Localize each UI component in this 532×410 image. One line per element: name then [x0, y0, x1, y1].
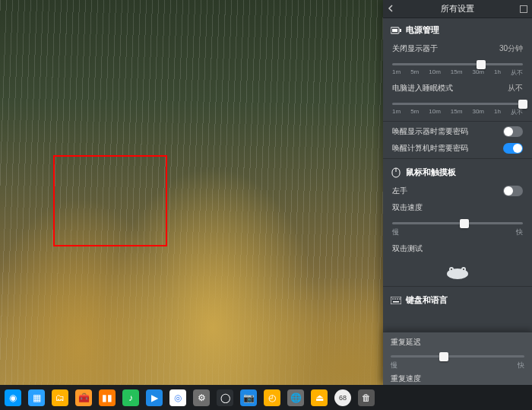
- svg-point-8: [451, 269, 452, 270]
- section-keyboard-label: 键盘和语言: [406, 294, 448, 306]
- tools-icon[interactable]: 🧰: [75, 389, 92, 406]
- row-repeat-delay: 重复延迟: [391, 335, 524, 349]
- slider-thumb[interactable]: [518, 100, 527, 109]
- svg-rect-10: [391, 297, 401, 304]
- divider: [383, 158, 532, 159]
- wake-display-pw-label: 唤醒显示器时需要密码: [392, 126, 468, 137]
- divider: [383, 286, 532, 287]
- video-icon[interactable]: ▶: [146, 389, 163, 406]
- toggle-left-hand[interactable]: [503, 186, 523, 196]
- slider-display-off[interactable]: 1m 5m 10m 15m 30m 1h 从不: [383, 57, 532, 80]
- chrome-icon[interactable]: ◎: [169, 389, 186, 406]
- fullscreen-icon[interactable]: [520, 5, 527, 13]
- row-left-hand: 左手: [383, 183, 532, 199]
- section-mouse: 鼠标和触摸板: [383, 161, 532, 183]
- section-power: 电源管理: [383, 18, 532, 40]
- loader-icon[interactable]: ◯: [217, 389, 233, 406]
- row-dbl-speed: 双击速度: [383, 199, 532, 216]
- section-power-label: 电源管理: [406, 24, 439, 36]
- panel-header: 所有设置: [383, 0, 532, 18]
- left-hand-label: 左手: [392, 186, 407, 196]
- display-off-label: 关闭显示器于: [392, 43, 438, 54]
- dbl-test-label: 双击测试: [392, 243, 423, 254]
- slider-labels: 慢 快: [391, 361, 524, 370]
- slider-track[interactable]: [392, 222, 523, 224]
- launcher-icon[interactable]: ◉: [5, 389, 21, 406]
- divider: [383, 121, 532, 122]
- slider-labels: 慢 快: [392, 227, 523, 237]
- taskbar: ◉▦🗂🧰▮▮♪▶◎⚙◯📷◴🌐⏏68🗑: [0, 385, 532, 410]
- wake-computer-pw-label: 唤醒计算机时需要密码: [392, 143, 468, 154]
- repeat-rate-label: 重复速度: [391, 373, 421, 384]
- music-icon[interactable]: ♪: [122, 389, 139, 406]
- slider-track[interactable]: [391, 355, 524, 358]
- row-dbl-test: 双击测试: [383, 240, 532, 257]
- slider-thumb[interactable]: [460, 219, 469, 228]
- slider-track[interactable]: [392, 63, 523, 65]
- toggle-wake-computer-pw[interactable]: [503, 143, 523, 154]
- section-mouse-label: 鼠标和触摸板: [406, 167, 456, 178]
- trash-icon[interactable]: 🗑: [358, 389, 375, 406]
- svg-point-13: [397, 298, 398, 300]
- radar-icon[interactable]: ◴: [264, 389, 280, 406]
- panel-title: 所有设置: [441, 3, 474, 14]
- multitask-icon[interactable]: ▦: [28, 389, 45, 406]
- slider-dbl-speed[interactable]: 慢 快: [383, 216, 532, 240]
- slider-ticks: 1m 5m 10m 15m 30m 1h 从不: [392, 108, 523, 116]
- row-sleep: 电脑进入睡眠模式 从不: [383, 80, 532, 97]
- svg-rect-15: [393, 301, 399, 303]
- slider-thumb[interactable]: [477, 60, 486, 69]
- app-store-icon[interactable]: ▮▮: [99, 389, 116, 406]
- dbl-speed-label: 双击速度: [392, 202, 423, 213]
- toggle-wake-display-pw[interactable]: [503, 126, 523, 137]
- slider-repeat-delay[interactable]: 慢 快: [391, 349, 524, 372]
- mouse-icon: [391, 167, 401, 178]
- svg-rect-1: [400, 29, 401, 32]
- camera-icon[interactable]: 📷: [240, 389, 257, 406]
- files-icon[interactable]: 🗂: [52, 389, 68, 406]
- overlay-popup: 重复延迟 慢 快 重复速度: [383, 332, 532, 385]
- svg-point-12: [394, 298, 396, 300]
- settings-panel: 所有设置 电源管理 关闭显示器于 30分钟 1m 5m: [383, 0, 532, 385]
- row-repeat-rate: 重复速度: [391, 372, 524, 386]
- repeat-delay-label: 重复延迟: [391, 337, 421, 348]
- svg-rect-2: [392, 29, 397, 32]
- row-wake-display-pw: 唤醒显示器时需要密码: [383, 123, 532, 140]
- svg-point-9: [463, 269, 464, 270]
- dbl-test-target[interactable]: [442, 262, 473, 280]
- row-display-off: 关闭显示器于 30分钟: [383, 40, 532, 57]
- globe-icon[interactable]: 🌐: [287, 389, 304, 406]
- sleep-value: 从不: [508, 83, 523, 94]
- slider-ticks: 1m 5m 10m 15m 30m 1h 从不: [392, 68, 523, 77]
- battery-icon: [391, 25, 401, 36]
- selection-rectangle[interactable]: [53, 155, 167, 246]
- eject-icon[interactable]: ⏏: [311, 389, 328, 406]
- row-wake-computer-pw: 唤醒计算机时需要密码: [383, 140, 532, 157]
- display-off-value: 30分钟: [499, 43, 523, 54]
- sleep-label: 电脑进入睡眠模式: [392, 83, 453, 94]
- svg-point-14: [399, 298, 401, 300]
- section-keyboard: 键盘和语言: [383, 288, 532, 310]
- desktop[interactable]: 所有设置 电源管理 关闭显示器于 30分钟 1m 5m: [0, 0, 532, 410]
- settings-icon[interactable]: ⚙: [193, 389, 210, 406]
- svg-point-11: [392, 298, 394, 300]
- status-icon[interactable]: 68: [334, 389, 351, 406]
- slider-track[interactable]: [392, 103, 523, 105]
- slider-sleep[interactable]: 1m 5m 10m 15m 30m 1h 从不: [383, 97, 532, 119]
- back-icon[interactable]: [388, 5, 395, 12]
- keyboard-icon: [391, 295, 401, 306]
- slider-thumb[interactable]: [439, 352, 448, 361]
- panel-body: 电源管理 关闭显示器于 30分钟 1m 5m 10m 15m 30m 1h 从不: [383, 18, 532, 385]
